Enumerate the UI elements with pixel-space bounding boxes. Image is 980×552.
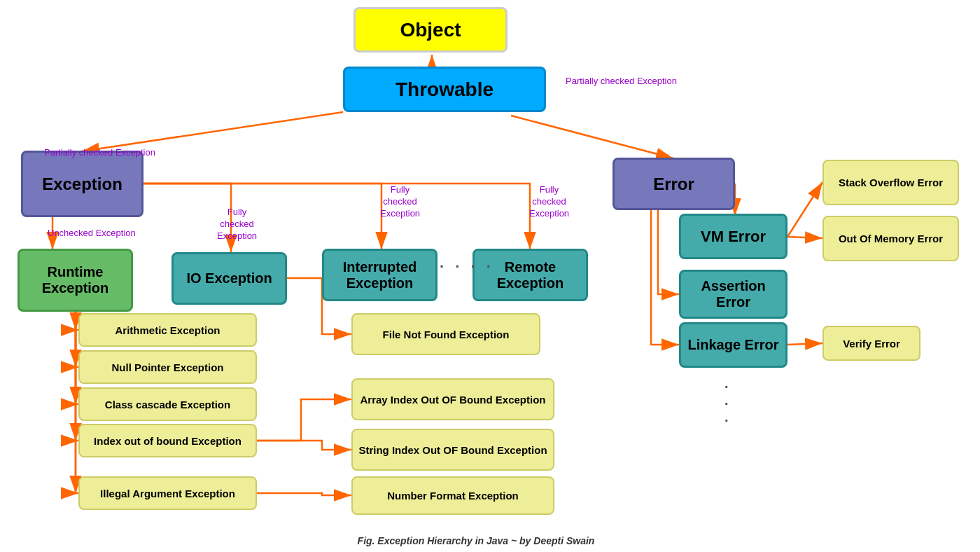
- dot-3: .: [724, 408, 729, 425]
- node-linkage-error: Linkage Error: [679, 322, 788, 368]
- throwable-label: Throwable: [396, 78, 493, 101]
- node-out-of-memory: Out Of Memory Error: [822, 216, 959, 261]
- arithmetic-label: Arithmetic Exception: [115, 324, 220, 336]
- vm-error-label: VM Error: [701, 228, 766, 246]
- label-partially-checked-top: Partially checked Exception: [566, 76, 677, 86]
- illegal-arg-label: Illegal Argument Exception: [100, 488, 235, 499]
- label-fully-checked-3: Fully checked Exception: [529, 184, 569, 220]
- file-not-found-label: File Not Found Exception: [383, 329, 510, 340]
- dots-linkage: . . .: [724, 375, 729, 425]
- diagram: Object Throwable Exception Error Runtime…: [0, 0, 980, 552]
- out-of-memory-label: Out Of Memory Error: [839, 233, 943, 244]
- svg-line-3: [82, 112, 343, 151]
- dot-1: .: [724, 375, 729, 392]
- number-format-label: Number Format Exception: [387, 490, 519, 502]
- error-label: Error: [653, 174, 694, 194]
- node-error: Error: [612, 158, 735, 210]
- label-fully-checked-1: Fully checked Exception: [217, 207, 257, 242]
- object-label: Object: [400, 19, 461, 41]
- node-file-not-found: File Not Found Exception: [351, 313, 540, 355]
- index-out-bound-label: Index out of bound Exception: [94, 435, 241, 447]
- interrupted-label: Interrupted Exception: [343, 259, 417, 291]
- label-fully-checked-2: Fully checked Exception: [380, 184, 420, 220]
- node-interrupted: Interrupted Exception: [322, 249, 438, 301]
- node-exception: Exception: [21, 151, 144, 217]
- dots-middle: . . . .: [440, 254, 494, 272]
- node-assertion-error: Assertion Error: [679, 270, 788, 319]
- stack-overflow-label: Stack Overflow Error: [839, 177, 943, 188]
- runtime-label: Runtime Exception: [42, 264, 109, 296]
- caption-text: Fig. Exception Hierarchy in Java ~ by De…: [358, 535, 595, 546]
- node-arithmetic: Arithmetic Exception: [78, 313, 257, 347]
- node-io: IO Exception: [172, 252, 287, 305]
- unchecked-text: Unchecked Exception: [48, 228, 136, 238]
- dots-middle-text: . . . .: [440, 254, 494, 271]
- dot-2: .: [724, 392, 729, 408]
- linkage-error-label: Linkage Error: [687, 337, 778, 353]
- svg-line-6: [788, 182, 822, 237]
- null-pointer-label: Null Pointer Exception: [111, 361, 223, 373]
- node-array-index: Array Index Out OF Bound Exception: [351, 378, 554, 420]
- partially-checked-left-text: Partially checked Exception: [44, 147, 155, 158]
- node-vm-error: VM Error: [679, 214, 788, 259]
- fully-checked-3-text: Fully checked Exception: [529, 184, 569, 219]
- fully-checked-2-text: Fully checked Exception: [380, 184, 420, 219]
- svg-line-4: [511, 116, 673, 158]
- node-string-index: String Index Out OF Bound Exception: [351, 429, 554, 471]
- assertion-error-label: Assertion Error: [701, 278, 765, 310]
- partially-checked-top-text: Partially checked Exception: [566, 76, 677, 86]
- caption: Fig. Exception Hierarchy in Java ~ by De…: [336, 535, 616, 546]
- node-stack-overflow: Stack Overflow Error: [822, 160, 959, 205]
- node-illegal-arg: Illegal Argument Exception: [78, 476, 257, 510]
- label-unchecked: Unchecked Exception: [48, 228, 136, 238]
- node-throwable: Throwable: [343, 67, 546, 112]
- svg-line-7: [788, 237, 822, 238]
- node-index-out-bound: Index out of bound Exception: [78, 424, 257, 457]
- node-runtime: Runtime Exception: [18, 249, 133, 312]
- node-null-pointer: Null Pointer Exception: [78, 350, 257, 384]
- remote-label: Remote Exception: [497, 259, 564, 291]
- svg-line-8: [788, 343, 822, 345]
- node-class-cascade: Class cascade Exception: [78, 387, 257, 421]
- class-cascade-label: Class cascade Exception: [105, 399, 230, 410]
- node-object: Object: [354, 7, 507, 53]
- array-index-label: Array Index Out OF Bound Exception: [360, 394, 545, 406]
- label-partially-checked-left: Partially checked Exception: [44, 147, 155, 158]
- exception-label: Exception: [42, 174, 122, 194]
- fully-checked-1-text: Fully checked Exception: [217, 207, 257, 241]
- io-label: IO Exception: [186, 270, 272, 287]
- node-number-format: Number Format Exception: [351, 476, 554, 515]
- string-index-label: String Index Out OF Bound Exception: [358, 444, 547, 456]
- node-verify-error: Verify Error: [822, 326, 920, 361]
- verify-error-label: Verify Error: [843, 338, 900, 350]
